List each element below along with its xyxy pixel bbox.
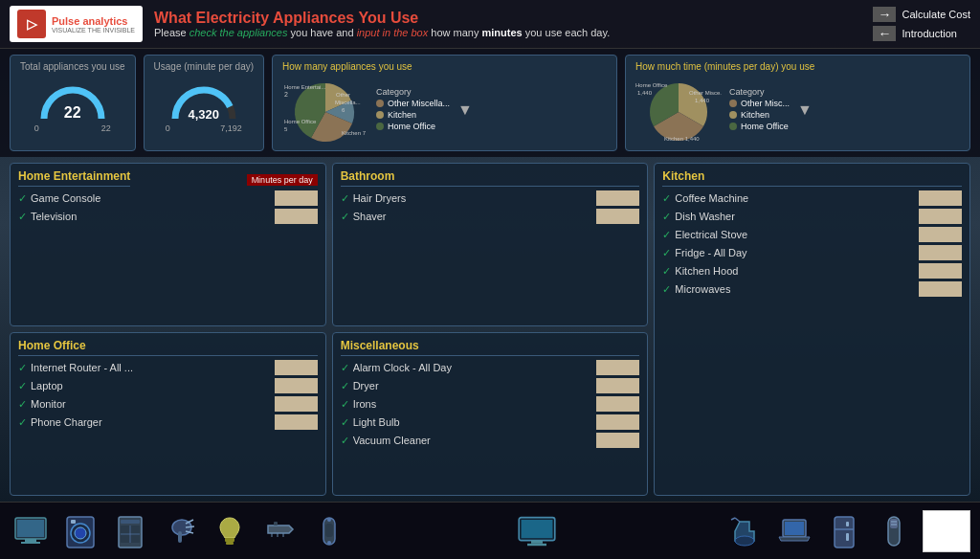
washer-icon-item[interactable] (59, 510, 101, 552)
electrical-stove-check: ✓ Electrical Stove (662, 229, 915, 241)
phone-charger-input[interactable] (275, 414, 318, 430)
svg-text:1,440: 1,440 (637, 90, 653, 96)
microwaves-input[interactable] (919, 281, 962, 297)
hairdryer-icon-item[interactable] (159, 510, 201, 552)
svg-rect-52 (890, 519, 898, 528)
svg-point-36 (327, 518, 331, 522)
header-buttons: → Calculate Cost ← Introduction (873, 7, 970, 41)
alarm-clock-input[interactable] (596, 360, 639, 375)
television-name: Television (31, 211, 77, 222)
shaver-icon-item[interactable] (873, 510, 915, 552)
brand-tagline: VISUALIZE THE INVISIBLE (52, 27, 135, 34)
svg-rect-28 (225, 538, 234, 542)
total-gauge: 22 (34, 76, 111, 123)
svg-rect-47 (835, 517, 854, 548)
logo-area: ▷ Pulse analytics VISUALIZE THE INVISIBL… (10, 6, 143, 42)
minutes-dot-home-office (729, 123, 737, 130)
laptop-icon-item[interactable] (773, 510, 815, 552)
tv-icon-item[interactable] (10, 510, 52, 552)
hair-dryers-check: ✓ Hair Dryers (341, 192, 593, 205)
table-row: ✓ Electrical Stove (662, 227, 962, 242)
total-min: 0 (34, 123, 39, 133)
vacuum-cleaner-input[interactable] (596, 433, 639, 448)
content-area: Home Entertainment Minutes per day ✓ Gam… (0, 157, 980, 502)
introduction-button[interactable]: ← Introduction (873, 26, 970, 41)
monitor-input[interactable] (275, 396, 318, 412)
subtitle-mid: you have and (287, 27, 356, 38)
check-icon: ✓ (341, 192, 349, 205)
coffee-machine-name: Coffee Machine (675, 192, 748, 204)
usage-title: Usage (minute per day) (154, 61, 255, 72)
check-icon: ✓ (662, 247, 671, 259)
dishwasher-icon-item[interactable] (109, 510, 151, 552)
table-row: ✓ Television (18, 209, 318, 224)
fridge-icon-item[interactable] (823, 510, 865, 552)
vacuum-icon-item[interactable] (724, 510, 766, 552)
table-row: ✓ Hair Dryers (341, 190, 640, 206)
arrow-right-icon: → (873, 7, 896, 22)
svg-rect-49 (846, 522, 849, 526)
kitchen-hood-input[interactable] (919, 263, 962, 279)
check-icon: ✓ (341, 380, 349, 392)
light-bulb-input[interactable] (596, 414, 639, 430)
right-column: Kitchen ✓ Coffee Machine ✓ Dish Washer (654, 163, 970, 496)
electrical-stove-input[interactable] (919, 227, 962, 242)
fridge-icon (825, 512, 863, 550)
internet-router-input[interactable] (275, 360, 318, 375)
legend-label-kitchen: Kitchen (388, 110, 416, 120)
water-heater-icon-item[interactable] (308, 510, 350, 552)
dish-washer-input[interactable] (919, 209, 962, 224)
check-icon: ✓ (662, 265, 671, 278)
total-appliances-card: Total appliances you use 22 0 22 (10, 55, 136, 151)
shaver-icon (875, 512, 913, 550)
laptop-input[interactable] (275, 378, 318, 393)
table-row: ✓ Light Bulb (341, 414, 640, 430)
monitor-center-icon-item[interactable] (516, 510, 558, 552)
monitor-name: Monitor (31, 398, 66, 410)
dryer-input[interactable] (596, 378, 639, 393)
irons-input[interactable] (596, 396, 639, 412)
svg-rect-14 (17, 520, 44, 537)
check-icon: ✓ (18, 398, 27, 411)
svg-text:Home Office: Home Office (284, 119, 317, 124)
hair-dryers-input[interactable] (596, 190, 639, 206)
check-icon: ✓ (662, 229, 671, 241)
light-bulb-check: ✓ Light Bulb (341, 416, 593, 429)
table-row: ✓ Microwaves (662, 281, 962, 297)
kitchen-section: Kitchen ✓ Coffee Machine ✓ Dish Washer (654, 163, 970, 496)
table-row: ✓ Dish Washer (662, 209, 962, 224)
bathroom-section: Bathroom ✓ Hair Dryers ✓ Shaver (332, 163, 649, 326)
svg-text:2: 2 (284, 91, 288, 98)
iron-icon-item[interactable] (258, 510, 301, 552)
usage-gauge: 4,320 (166, 76, 242, 123)
fridge-input[interactable] (919, 245, 962, 260)
vacuum-cleaner-name: Vacuum Cleaner (353, 435, 431, 446)
minutes-chart-dropdown[interactable]: ▼ (797, 101, 813, 119)
svg-rect-41 (527, 543, 546, 545)
check-icon: ✓ (341, 211, 349, 223)
shaver-input[interactable] (596, 209, 639, 224)
check-icon: ✓ (341, 416, 349, 429)
dish-washer-name: Dish Washer (675, 211, 735, 222)
calculate-cost-button[interactable]: → Calculate Cost (873, 7, 970, 22)
laptop-name: Laptop (31, 380, 63, 391)
television-input[interactable] (275, 209, 318, 224)
dryer-name: Dryer (353, 380, 379, 391)
svg-rect-27 (178, 531, 182, 543)
bulb-icon-item[interactable] (209, 510, 251, 552)
appliances-chart-dropdown[interactable]: ▼ (457, 101, 473, 119)
coffee-machine-input[interactable] (919, 190, 962, 206)
left-column: Home Entertainment Minutes per day ✓ Gam… (10, 163, 326, 496)
usage-range: 0 7,192 (166, 123, 242, 133)
minutes-legend-home-office: Home Office (729, 122, 790, 131)
subtitle-end: how many (428, 27, 481, 38)
legend-dot-kitchen (376, 111, 384, 119)
table-row: ✓ Game Console (18, 190, 318, 206)
light-bulb-name: Light Bulb (353, 416, 400, 428)
game-console-input[interactable] (275, 190, 318, 206)
svg-rect-35 (325, 524, 333, 537)
table-row: ✓ Irons (341, 396, 640, 412)
svg-rect-15 (25, 539, 36, 542)
appliances-legend: Category Other Miscella... Kitchen Home … (376, 87, 450, 133)
alarm-clock-name: Alarm Clock - All Day (353, 362, 452, 373)
